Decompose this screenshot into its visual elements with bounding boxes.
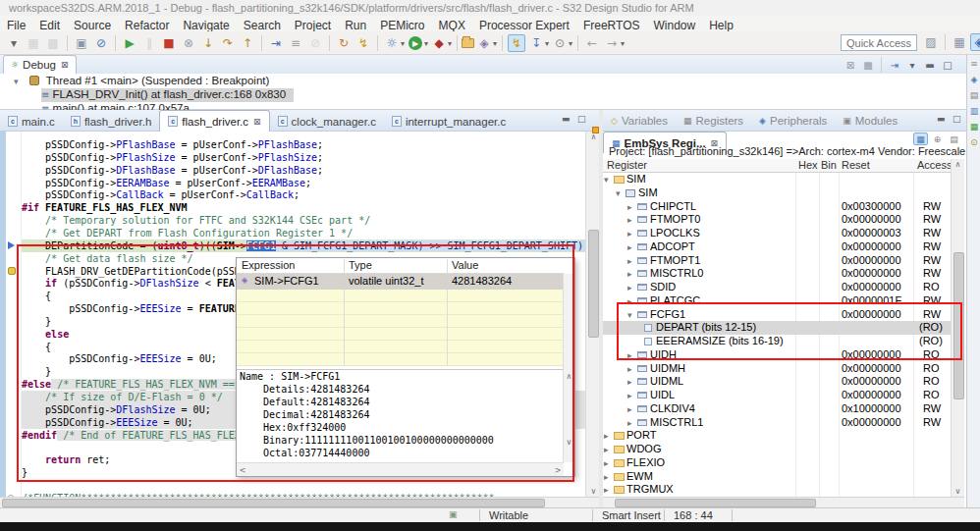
code-line[interactable]: { [22, 290, 51, 302]
editor-tab-clock-manager-c[interactable]: cclock_manager.c [270, 111, 384, 133]
code-line[interactable]: /* Temporary solution for FTFC and S32K1… [22, 214, 370, 227]
scroll-up-icon[interactable]: ∧ [952, 160, 964, 169]
chevron-right-icon[interactable]: ▸ [627, 391, 632, 400]
code-line[interactable]: pSSDConfig->PFlashSize = pUserConf->PFla… [22, 151, 323, 164]
code-line[interactable]: #if FEATURE_FLS_HAS_FLEX_NVM [22, 201, 188, 214]
maximize-icon[interactable]: □ [953, 114, 961, 124]
new-dropdown-icon[interactable]: ▾ [5, 34, 23, 52]
minimize-icon[interactable]: ▬ [922, 58, 938, 73]
external-tools-dropdown-icon[interactable]: ▾ [448, 39, 452, 48]
open-project-icon[interactable] [462, 38, 474, 48]
chevron-right-icon[interactable]: ▸ [604, 485, 609, 495]
debug-configurations-dropdown-icon[interactable]: ▾ [401, 39, 405, 48]
register-row-eeeramsize-bits-16-19[interactable]: EEERAMSIZE (bits 16-19)(RO) [603, 335, 951, 348]
debug-perspective-icon[interactable]: ◈ [970, 33, 980, 51]
editor-tab-flash-driver-h[interactable]: hflash_driver.h [63, 111, 159, 133]
register-row-misctrl0[interactable]: ▸MISCTRL00x00000000RW [603, 267, 951, 281]
code-line[interactable]: pSSDConfig->EEESize = FEATURE_ [22, 302, 246, 315]
save-all-icon[interactable]: ▩ [44, 34, 62, 52]
flash-device-icon[interactable]: ↯ [354, 34, 372, 52]
register-row-misctrl1[interactable]: ▸MISCTRL10x00000000RW [603, 416, 951, 430]
terminate-icon[interactable]: ■ [160, 34, 178, 52]
search-tools-icon[interactable]: ⊙ [551, 34, 569, 52]
chevron-down-icon[interactable]: ▾ [627, 310, 632, 320]
code-line[interactable]: } [22, 315, 51, 328]
fast-view-display-icon[interactable]: ▦ [968, 122, 980, 132]
code-line[interactable]: pSSDConfig->DFlashSize = 0U; [22, 403, 211, 416]
register-row-chipctl[interactable]: ▸CHIPCTL0x00300000RW [603, 200, 951, 214]
register-row-uidh[interactable]: ▸UIDH0x00000000RO [603, 348, 951, 362]
editor-tab-main-c[interactable]: cmain.c [0, 111, 63, 133]
search-tools-dropdown-icon[interactable]: ▾ [569, 39, 572, 48]
chevron-right-icon[interactable]: ▸ [627, 350, 632, 360]
scroll-thumb[interactable] [2, 499, 545, 507]
register-row-sim[interactable]: ▾SIM [603, 173, 951, 186]
code-line[interactable]: pSSDConfig->EEESize = 0U; [22, 416, 193, 429]
disconnect-icon[interactable]: ⊗ [180, 34, 197, 52]
chevron-down-icon[interactable]: ▾ [604, 175, 609, 185]
resume-icon[interactable]: ▶ [121, 34, 138, 52]
maximize-icon[interactable]: □ [940, 58, 955, 73]
tab-modules[interactable]: ▣Modules [835, 110, 905, 132]
scroll-thumb[interactable] [588, 230, 599, 338]
show-fields-icon[interactable]: ▦ [913, 133, 928, 145]
editor-tab-interrupt-manager-c[interactable]: cinterrupt_manager.c [384, 111, 514, 133]
register-row-flexio[interactable]: ▸FLEXIO [603, 456, 951, 470]
chevron-down-icon[interactable]: ▾ [616, 188, 621, 198]
use-step-filters-icon[interactable]: ≡ [287, 34, 304, 52]
register-row-ewm[interactable]: ▸EWM [603, 470, 951, 484]
code-line[interactable]: /* Get data flash size */ [22, 252, 193, 265]
maximize-icon[interactable]: □ [577, 114, 586, 124]
strip-handle-icon[interactable]: ≡ [968, 59, 980, 69]
code-line[interactable]: return ret; [22, 453, 110, 466]
register-row-sim[interactable]: ▾SIM [603, 186, 951, 200]
getting-started-icon[interactable]: ↧ [527, 34, 545, 52]
popup-vertical-scrollbar[interactable]: ∧ ∨ [563, 274, 574, 462]
close-icon[interactable]: ⊠ [253, 117, 261, 127]
chevron-right-icon[interactable]: ▸ [627, 202, 632, 212]
external-tools-icon[interactable]: ◆ [430, 34, 448, 52]
chevron-right-icon[interactable]: ▸ [604, 472, 609, 482]
minimize-icon[interactable]: ▬ [937, 114, 946, 124]
tab-registers[interactable]: ▦Registers [676, 110, 751, 132]
save-icon[interactable]: ▦ [25, 34, 42, 52]
chevron-right-icon[interactable]: ▸ [627, 418, 632, 428]
minimize-icon[interactable]: ▬ [562, 114, 571, 124]
code-line[interactable]: pSSDConfig->CallBack = pUserConf->CallBa… [22, 188, 299, 201]
chevron-right-icon[interactable]: ▸ [627, 242, 632, 252]
chevron-right-icon[interactable]: ▸ [627, 404, 632, 414]
fast-view-editor-icon[interactable]: ▤ [968, 90, 980, 100]
register-row-fcfg1[interactable]: ▾FCFG10x00000000RW [603, 308, 951, 322]
configure-icon[interactable]: ⊕ [930, 133, 945, 145]
debug-configurations-icon[interactable]: ☼ [383, 34, 401, 52]
cpp-perspective-icon[interactable]: ▦ [951, 33, 968, 51]
fast-view-pin-icon[interactable]: ⊙ [968, 137, 980, 147]
view-menu-icon[interactable]: ▾ [904, 58, 920, 73]
debug-view-layout-icon[interactable]: ▩ [860, 58, 876, 73]
code-line[interactable]: #endif /* End of FEATURE_FLS_HAS_FLEX_ [22, 429, 246, 442]
run-icon[interactable]: ▶ [407, 34, 424, 52]
export-icon[interactable]: ▤ [947, 133, 961, 145]
instruction-stepping-icon[interactable]: ⇥ [267, 34, 285, 52]
register-row-depart-bits-12-15[interactable]: DEPART (bits 12-15)(RO) [603, 321, 951, 335]
register-row-platcgc[interactable]: ▸PLATCGC0x0000001FRW [603, 294, 951, 308]
suspend-icon[interactable]: ∥ [140, 34, 158, 52]
register-row-trgmux[interactable]: ▸TRGMUX [603, 483, 951, 497]
step-into-icon[interactable]: ↓ [199, 34, 217, 52]
tab-peripherals[interactable]: ◈Peripherals [751, 110, 835, 132]
code-line[interactable]: } [22, 466, 27, 479]
forward-dropdown-icon[interactable]: ▾ [621, 39, 625, 48]
scroll-down-icon[interactable]: ∨ [952, 487, 964, 496]
remove-all-terminated-icon[interactable]: ⊠ [843, 58, 858, 73]
back-icon[interactable]: ← [583, 34, 601, 52]
chevron-down-icon[interactable]: ▾ [14, 77, 19, 86]
code-line[interactable]: FLASH_DRV_GetDEPartitionCode(pSSDC [22, 265, 246, 278]
register-row-uidml[interactable]: ▸UIDML0x00000000RO [603, 375, 951, 389]
scroll-down-icon[interactable]: ∨ [564, 438, 574, 447]
register-row-uidl[interactable]: ▸UIDL0x00000000RO [603, 389, 951, 402]
new-wizard-dropdown-icon[interactable]: ▾ [493, 39, 497, 48]
step-return-icon[interactable]: ↑ [239, 34, 256, 52]
code-line[interactable]: /* Get DEPART from Flash Configuration R… [22, 227, 353, 239]
scroll-left-icon[interactable]: < [239, 466, 246, 475]
run-dropdown-icon[interactable]: ▾ [424, 39, 428, 48]
